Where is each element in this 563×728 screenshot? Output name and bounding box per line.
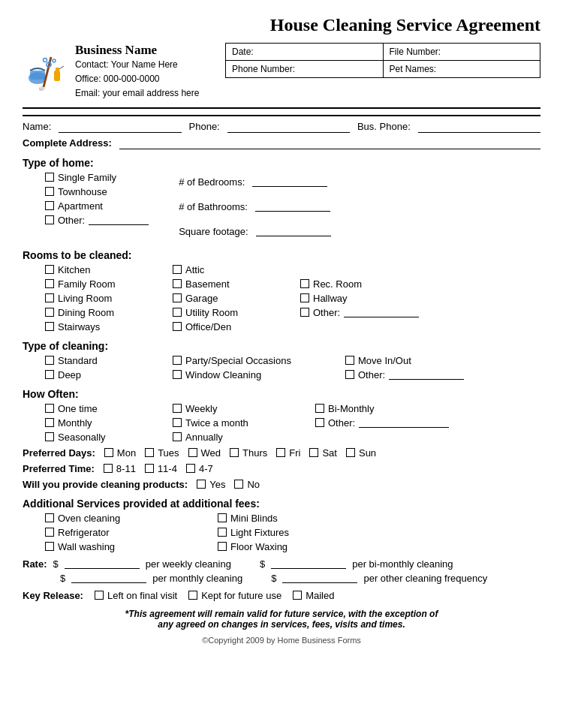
cb-mini-blinds[interactable]: Mini Blinds — [218, 513, 383, 524]
rate-other-field[interactable] — [282, 573, 357, 583]
cb-deep[interactable]: Deep — [45, 369, 165, 381]
business-name: Business Name — [75, 43, 199, 58]
cb-floor-waxing[interactable]: Floor Waxing — [218, 541, 383, 552]
file-number-label: File Number: — [384, 44, 540, 60]
cb-office-den[interactable]: Office/Den — [173, 321, 293, 332]
cb-no[interactable]: No — [234, 479, 260, 490]
cb-moveinout[interactable]: Move In/Out — [345, 355, 495, 366]
phone-number-label: Phone Number: — [226, 61, 384, 77]
other-home-field[interactable] — [89, 215, 149, 225]
svg-line-8 — [59, 66, 64, 69]
cb-11-4[interactable]: 11-4 — [145, 463, 177, 474]
cb-other-home[interactable] — [45, 215, 54, 224]
cb-thurs[interactable]: Thurs — [230, 447, 267, 459]
other-cleaning-field[interactable] — [389, 369, 464, 380]
svg-rect-6 — [54, 71, 60, 81]
cb-yes[interactable]: Yes — [197, 479, 225, 490]
cb-wall-washing[interactable]: Wall washing — [45, 541, 210, 552]
cb-refrigerator[interactable]: Refrigerator — [45, 527, 210, 538]
rate-weekly-field[interactable] — [65, 558, 140, 569]
cb-light-fixtures[interactable]: Light Fixtures — [218, 527, 383, 538]
cb-family-room[interactable]: Family Room — [45, 278, 165, 290]
cb-annually[interactable]: Annually — [173, 432, 308, 443]
cb-4-7[interactable]: 4-7 — [186, 463, 213, 474]
other-room-field[interactable] — [344, 307, 419, 317]
checkbox-single-family[interactable]: Single Family — [45, 172, 149, 183]
cb-bimonthly[interactable]: Bi-Monthly — [315, 403, 480, 414]
date-label: Date: — [226, 44, 384, 60]
cb-basement[interactable]: Basement — [173, 278, 293, 290]
cb-monthly[interactable]: Monthly — [45, 417, 165, 429]
cb-kitchen[interactable]: Kitchen — [45, 264, 165, 275]
cb-kept-future[interactable]: Kept for future use — [188, 590, 282, 601]
logo-icon — [23, 50, 68, 95]
cb-standard[interactable]: Standard — [45, 355, 165, 366]
cb-single-family[interactable] — [45, 173, 54, 182]
preferred-days-label: Preferred Days: — [23, 447, 95, 459]
cb-weekly[interactable]: Weekly — [173, 403, 308, 414]
rooms-title: Rooms to be cleaned: — [23, 249, 540, 261]
cb-mon[interactable]: Mon — [104, 447, 136, 459]
rate-other-desc: per other cleaning frequency — [363, 573, 487, 584]
cb-left-final[interactable]: Left on final visit — [95, 590, 177, 601]
phone-field[interactable] — [227, 121, 350, 133]
name-label: Name: — [23, 121, 51, 132]
cb-oven[interactable]: Oven cleaning — [45, 513, 210, 524]
rate-bimonthly-field[interactable] — [271, 558, 346, 569]
cb-garage[interactable]: Garage — [173, 293, 293, 304]
bedrooms-field[interactable] — [252, 176, 327, 187]
cb-twice-month[interactable]: Twice a month — [173, 417, 308, 429]
cb-sun[interactable]: Sun — [346, 447, 376, 459]
svg-rect-7 — [56, 68, 59, 72]
address-row: Complete Address: — [23, 137, 540, 149]
cb-8-11[interactable]: 8-11 — [104, 463, 136, 474]
rate-row-2: $ per monthly cleaning $ per other clean… — [60, 573, 540, 584]
cb-stairways[interactable]: Stairways — [45, 321, 165, 332]
cb-one-time[interactable]: One time — [45, 403, 165, 414]
cb-other-room[interactable]: Other: — [300, 307, 450, 318]
cb-hallway[interactable]: Hallway — [300, 293, 450, 304]
bathrooms-field[interactable] — [255, 201, 330, 212]
cleaning-products-label: Will you provide cleaning products: — [23, 479, 188, 490]
checkbox-apartment[interactable]: Apartment — [45, 200, 149, 212]
other-often-field[interactable] — [359, 417, 449, 428]
cb-tues[interactable]: Tues — [145, 447, 179, 459]
address-field[interactable] — [119, 137, 540, 149]
cb-other-cleaning[interactable]: Other: — [345, 369, 495, 381]
svg-point-5 — [44, 58, 47, 62]
cb-mailed[interactable]: Mailed — [293, 590, 334, 601]
page-title: House Cleaning Service Agreement — [23, 15, 540, 35]
preferred-time-row: Preferred Time: 8-11 11-4 4-7 — [23, 463, 540, 474]
cb-apartment[interactable] — [45, 201, 54, 210]
cb-seasonally[interactable]: Seasonally — [45, 432, 165, 443]
rate-monthly-desc: per monthly cleaning — [152, 573, 242, 584]
bedrooms-row: # of Bedrooms: — [179, 176, 331, 188]
cb-rec-room[interactable]: Rec. Room — [300, 278, 450, 290]
cleaning-products-row: Will you provide cleaning products: Yes … — [23, 479, 540, 490]
cb-living-room[interactable]: Living Room — [45, 293, 165, 304]
svg-rect-1 — [30, 71, 45, 80]
preferred-time-label: Preferred Time: — [23, 463, 95, 474]
footer-note: *This agreement will remain valid for fu… — [23, 609, 540, 630]
business-email: Email: your email address here — [75, 86, 199, 101]
cb-party[interactable]: Party/Special Occasions — [173, 355, 338, 366]
cb-dining-room[interactable]: Dining Room — [45, 307, 165, 318]
cb-townhouse[interactable] — [45, 187, 54, 196]
cb-sat[interactable]: Sat — [309, 447, 337, 459]
cb-window[interactable]: Window Cleaning — [173, 369, 338, 381]
cb-attic[interactable]: Attic — [173, 264, 293, 275]
name-field[interactable] — [59, 121, 181, 133]
type-of-home-title: Type of home: — [23, 157, 540, 169]
bus-phone-field[interactable] — [418, 121, 540, 133]
cb-wed[interactable]: Wed — [188, 447, 221, 459]
cb-other-often[interactable]: Other: — [315, 417, 480, 429]
sqfootage-field[interactable] — [256, 226, 331, 236]
cb-utility-room[interactable]: Utility Room — [173, 307, 293, 318]
checkbox-other-home[interactable]: Other: — [45, 215, 149, 226]
divider — [23, 115, 540, 116]
bathrooms-row: # of Bathrooms: — [179, 201, 331, 212]
cb-fri[interactable]: Fri — [276, 447, 300, 459]
business-office: Office: 000-000-0000 — [75, 72, 199, 86]
rate-monthly-field[interactable] — [71, 573, 146, 583]
checkbox-townhouse[interactable]: Townhouse — [45, 186, 149, 197]
